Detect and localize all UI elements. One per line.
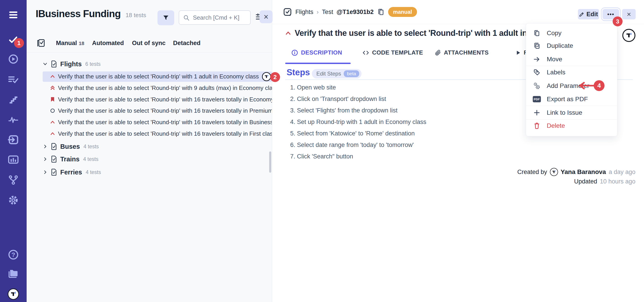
folder-row-buses[interactable]: Buses 4 tests	[43, 142, 99, 151]
step-item-6: 6. Select date range from 'today' to 'to…	[290, 140, 414, 149]
breadcrumb-type: Test	[322, 8, 333, 15]
menu-item-label: Move	[547, 56, 562, 63]
step-item-4: 4. Set up Round-trip with 1 adult in Eco…	[290, 117, 426, 126]
parameters-gears-icon	[533, 82, 541, 89]
arrow-right-icon	[533, 56, 541, 62]
manual-badge: manual	[388, 7, 417, 17]
created-by-label: Created by	[518, 169, 547, 176]
test-row-6[interactable]: Verify that the user is able to select '…	[50, 129, 272, 139]
folder-row-ferries[interactable]: Ferries 4 tests	[43, 167, 101, 177]
test-row-3[interactable]: Verify that the user is able to select '…	[50, 94, 272, 104]
steps-heading: Steps	[286, 68, 310, 77]
tab-attachments-label: ATTACHMENTS	[444, 49, 488, 56]
edit-steps-label: Edit Steps	[316, 70, 341, 77]
pdf-icon-text: PDF	[533, 96, 541, 102]
dashboard-chart-icon[interactable]	[0, 154, 27, 165]
menu-item-copy[interactable]: Copy	[526, 27, 617, 39]
folder-name: Ferries	[60, 169, 82, 176]
workspace-logo[interactable]	[0, 289, 27, 300]
menu-divider	[526, 106, 617, 106]
annotation-badge-2: 2	[270, 72, 280, 82]
tab-automated[interactable]: Automated	[92, 40, 124, 47]
runs-play-icon[interactable]	[0, 54, 27, 64]
branch-icon[interactable]	[0, 174, 27, 185]
step-item-7: 7. Click 'Search" button	[290, 152, 353, 161]
menu-item-duplicate[interactable]: Duplicate	[526, 40, 617, 52]
tab-code-template[interactable]: CODE TEMPLATE	[362, 49, 423, 56]
step-item-3: 3. Select 'Flights' from the dropdown li…	[290, 106, 398, 115]
filter-button[interactable]	[158, 10, 174, 25]
search-icon	[183, 15, 189, 21]
pencil-icon	[579, 12, 584, 17]
tab-detached[interactable]: Detached	[173, 40, 200, 47]
user-avatar[interactable]	[622, 29, 636, 42]
folder-name: Buses	[60, 143, 80, 150]
active-tab-underline	[285, 63, 351, 64]
menu-divider	[526, 66, 617, 66]
menu-item-label: Labels	[547, 69, 566, 76]
test-id: @T1e9301b2	[336, 8, 374, 15]
edit-button[interactable]: Edit	[578, 9, 599, 19]
folder-row-flights[interactable]: Flights 6 tests	[43, 59, 101, 69]
info-icon	[291, 49, 298, 56]
ellipsis-icon: •••	[607, 11, 614, 17]
hamburger-menu-icon[interactable]	[0, 10, 27, 20]
suite-doc-icon	[50, 60, 57, 68]
steps-stairs-icon[interactable]	[0, 94, 27, 105]
chevron-right-icon	[43, 144, 48, 149]
menu-item-label: Copy	[547, 29, 562, 37]
context-menu: Copy Duplicate Move Labels Add Parameter…	[526, 23, 617, 136]
menu-item-move[interactable]: Move	[526, 53, 617, 65]
tab-attachments[interactable]: ATTACHMENTS	[435, 49, 488, 56]
project-tests-count: 18 tests	[126, 12, 146, 19]
library-folder-icon[interactable]	[0, 269, 27, 279]
menu-item-export-pdf[interactable]: PDF Export as PDF	[526, 93, 617, 105]
test-author-logo	[262, 72, 271, 81]
search-input[interactable]	[192, 14, 246, 21]
menu-divider	[526, 119, 617, 119]
test-row-4[interactable]: Verify that the user is able to select '…	[50, 106, 272, 116]
tab-manual[interactable]: Manual 18	[56, 40, 84, 47]
test-title: Verify that the user is able to select '…	[58, 73, 259, 80]
annotation-badge-3: 3	[613, 16, 622, 26]
menu-item-labels[interactable]: Labels	[526, 66, 617, 78]
close-icon: ×	[264, 13, 268, 21]
created-by-line: Created by Yana Baranova a day ago	[518, 167, 636, 177]
test-title: Verify that the user is able to select '…	[58, 96, 272, 103]
menu-item-label: Export as PDF	[547, 96, 588, 103]
author-name: Yana Baranova	[561, 168, 606, 176]
menu-item-link-to-issue[interactable]: Link to Issue	[526, 107, 617, 119]
analytics-pulse-icon[interactable]	[0, 114, 27, 125]
detail-close-button[interactable]: ×	[622, 9, 636, 19]
funnel-icon	[163, 15, 169, 21]
test-plans-icon[interactable]	[0, 74, 27, 85]
tab-description[interactable]: DESCRIPTION	[291, 49, 342, 56]
author-avatar	[550, 168, 558, 176]
menu-item-label: Delete	[547, 122, 565, 129]
tree-scrollbar[interactable]	[269, 151, 271, 173]
project-title: IBusiness Funding	[36, 8, 121, 19]
priority-high-icon	[50, 119, 55, 125]
test-row-1[interactable]: Verify that the user is able to select '…	[50, 71, 260, 81]
step-item-2: 2. Click on 'Transport' dropdown list	[290, 94, 386, 103]
tag-icon	[533, 69, 541, 76]
panel-close-button[interactable]: ×	[260, 10, 272, 23]
copy-id-icon[interactable]	[377, 8, 385, 16]
test-row-2[interactable]: Verify that the user is able to select '…	[50, 83, 272, 93]
breadcrumb-folder[interactable]: Flights	[295, 8, 314, 15]
folder-count: 4 tests	[86, 169, 101, 175]
chevron-right-icon	[43, 157, 48, 162]
svg-text:?: ?	[12, 251, 15, 258]
folder-row-trains[interactable]: Trains 4 tests	[43, 154, 98, 164]
tab-out-of-sync[interactable]: Out of sync	[132, 40, 166, 47]
tests-panel: IBusiness Funding 18 tests Manual 18 Aut…	[27, 0, 272, 302]
plus-icon	[533, 109, 541, 116]
menu-item-delete[interactable]: Delete	[526, 120, 617, 132]
tab-manual-label: Manual	[56, 40, 77, 47]
import-box-arrow-icon[interactable]	[0, 134, 27, 145]
settings-gear-icon[interactable]	[0, 195, 27, 206]
help-icon[interactable]: ?	[0, 249, 27, 260]
edit-steps-button[interactable]: Edit Steps beta	[312, 69, 362, 78]
pdf-icon: PDF	[533, 96, 541, 102]
test-row-5[interactable]: Verify that the user is able to select '…	[50, 117, 272, 127]
